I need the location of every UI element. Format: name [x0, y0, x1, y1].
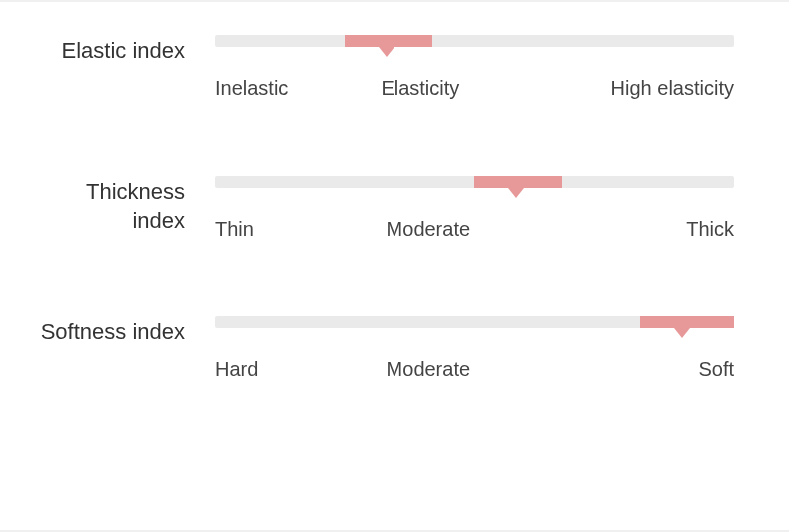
softness-tick-right: Soft	[698, 358, 734, 381]
thickness-index-pointer-icon	[508, 188, 524, 198]
elastic-tick-labels: Inelastic Elasticity High elasticity	[215, 77, 734, 101]
elastic-index-track	[215, 35, 734, 47]
divider-top	[0, 0, 789, 2]
softness-index-row: Softness index Hard Moderate Soft	[30, 316, 734, 382]
softness-index-track	[215, 316, 734, 328]
thickness-index-track-wrap: Thin Moderate Thick	[215, 176, 734, 242]
elastic-index-track-wrap: Inelastic Elasticity High elasticity	[215, 35, 734, 101]
thickness-index-label: Thickness index	[30, 176, 215, 235]
softness-index-pointer-icon	[674, 328, 690, 338]
elastic-index-fill	[345, 35, 432, 47]
softness-tick-left: Hard	[215, 358, 258, 381]
elastic-tick-mid: Elasticity	[381, 77, 459, 100]
thickness-index-row: Thickness index Thin Moderate Thick	[30, 176, 734, 242]
elastic-tick-right: High elasticity	[611, 77, 734, 100]
elastic-tick-left: Inelastic	[215, 77, 288, 100]
thickness-tick-mid: Moderate	[387, 218, 471, 241]
softness-tick-mid: Moderate	[387, 358, 471, 381]
softness-tick-labels: Hard Moderate Soft	[215, 358, 734, 382]
thickness-index-fill	[474, 176, 562, 188]
elastic-index-label: Elastic index	[30, 35, 215, 66]
thickness-tick-right: Thick	[686, 218, 734, 241]
elastic-index-pointer-icon	[379, 47, 394, 57]
thickness-tick-labels: Thin Moderate Thick	[215, 218, 734, 242]
softness-index-fill	[640, 316, 734, 328]
thickness-index-track	[215, 176, 734, 188]
softness-index-track-wrap: Hard Moderate Soft	[215, 316, 734, 382]
elastic-index-row: Elastic index Inelastic Elasticity High …	[30, 35, 734, 101]
softness-index-label: Softness index	[30, 316, 215, 347]
thickness-tick-left: Thin	[215, 218, 254, 241]
